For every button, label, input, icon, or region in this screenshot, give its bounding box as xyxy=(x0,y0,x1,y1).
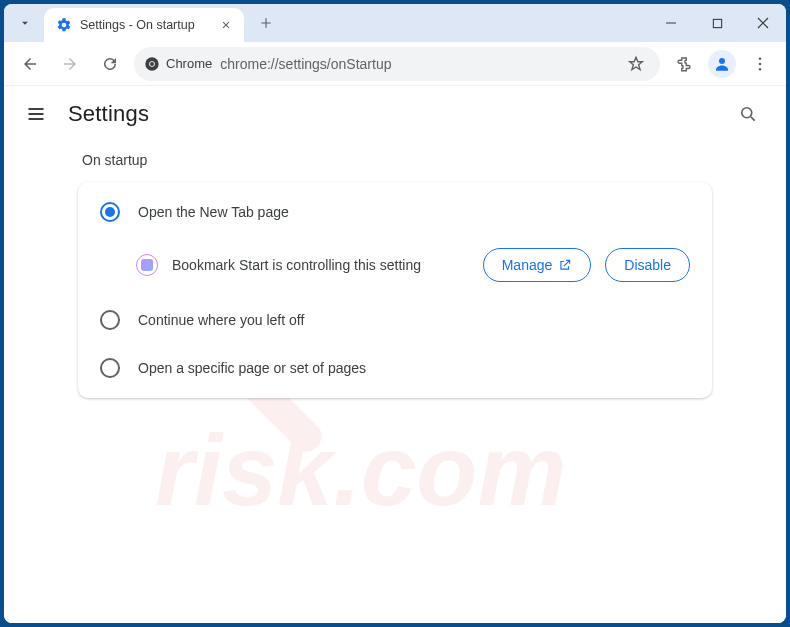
svg-point-6 xyxy=(759,62,762,65)
radio-unselected-icon xyxy=(100,310,120,330)
arrow-right-icon xyxy=(61,55,79,73)
hamburger-menu-button[interactable] xyxy=(24,102,48,126)
manage-button[interactable]: Manage xyxy=(483,248,592,282)
browser-window: Settings - On startup xyxy=(4,4,786,623)
maximize-icon xyxy=(712,18,723,29)
browser-toolbar: Chrome chrome://settings/onStartup xyxy=(4,42,786,86)
chrome-icon xyxy=(144,56,160,72)
settings-page: PC risk.com Settings On startup Open the… xyxy=(4,86,786,623)
radio-unselected-icon xyxy=(100,358,120,378)
window-controls xyxy=(648,4,786,42)
back-button[interactable] xyxy=(14,48,46,80)
radio-selected-icon xyxy=(100,202,120,222)
minimize-icon xyxy=(665,17,677,29)
svg-text:risk.com: risk.com xyxy=(155,414,566,526)
plus-icon xyxy=(259,16,273,30)
extension-notice-text: Bookmark Start is controlling this setti… xyxy=(172,257,469,273)
gear-icon xyxy=(56,17,72,33)
extension-notice-row: Bookmark Start is controlling this setti… xyxy=(78,236,712,296)
tab-search-dropdown[interactable] xyxy=(10,8,40,38)
dots-vertical-icon xyxy=(751,55,769,73)
titlebar: Settings - On startup xyxy=(4,4,786,42)
option-specific-pages[interactable]: Open a specific page or set of pages xyxy=(78,344,712,392)
reload-icon xyxy=(101,55,119,73)
new-tab-button[interactable] xyxy=(252,9,280,37)
close-window-button[interactable] xyxy=(740,4,786,42)
omnibox-chip-label: Chrome xyxy=(166,56,212,71)
chevron-down-icon xyxy=(18,16,32,30)
option-continue[interactable]: Continue where you left off xyxy=(78,296,712,344)
extension-icon xyxy=(136,254,158,276)
person-icon xyxy=(713,55,731,73)
settings-body: On startup Open the New Tab page Bookmar… xyxy=(4,142,786,418)
option-label: Open a specific page or set of pages xyxy=(138,360,366,376)
minimize-button[interactable] xyxy=(648,4,694,42)
page-title: Settings xyxy=(68,101,149,127)
option-open-new-tab[interactable]: Open the New Tab page xyxy=(78,188,712,236)
settings-header: Settings xyxy=(4,86,786,142)
search-button[interactable] xyxy=(730,96,766,132)
arrow-left-icon xyxy=(21,55,39,73)
disable-label: Disable xyxy=(624,257,671,273)
search-icon xyxy=(738,104,758,124)
tab-close-button[interactable] xyxy=(218,17,234,33)
forward-button[interactable] xyxy=(54,48,86,80)
star-icon xyxy=(627,55,645,73)
maximize-button[interactable] xyxy=(694,4,740,42)
disable-button[interactable]: Disable xyxy=(605,248,690,282)
svg-point-12 xyxy=(742,108,752,118)
omnibox[interactable]: Chrome chrome://settings/onStartup xyxy=(134,47,660,81)
open-external-icon xyxy=(558,258,572,272)
svg-point-4 xyxy=(719,58,725,64)
browser-tab[interactable]: Settings - On startup xyxy=(44,8,244,42)
section-label: On startup xyxy=(78,152,712,168)
omnibox-chip: Chrome xyxy=(144,56,212,72)
svg-point-3 xyxy=(150,62,154,66)
extensions-button[interactable] xyxy=(668,48,700,80)
startup-options-card: Open the New Tab page Bookmark Start is … xyxy=(78,182,712,398)
menu-button[interactable] xyxy=(744,48,776,80)
svg-point-5 xyxy=(759,57,762,60)
svg-point-7 xyxy=(759,67,762,70)
option-label: Continue where you left off xyxy=(138,312,304,328)
reload-button[interactable] xyxy=(94,48,126,80)
tab-title: Settings - On startup xyxy=(80,18,210,32)
omnibox-url: chrome://settings/onStartup xyxy=(220,56,614,72)
svg-rect-0 xyxy=(713,19,721,27)
close-icon xyxy=(757,17,769,29)
option-label: Open the New Tab page xyxy=(138,204,289,220)
profile-button[interactable] xyxy=(708,50,736,78)
puzzle-icon xyxy=(675,55,693,73)
close-icon xyxy=(221,20,231,30)
bookmark-button[interactable] xyxy=(622,50,650,78)
manage-label: Manage xyxy=(502,257,553,273)
hamburger-icon xyxy=(26,104,46,124)
